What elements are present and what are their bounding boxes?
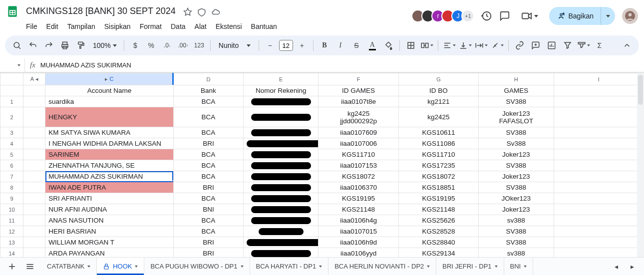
cell-account[interactable]: HERI BASRIAN (45, 226, 174, 237)
col-C[interactable]: ▸ C (45, 73, 174, 85)
cell-idgames[interactable]: KGS21148 (319, 204, 398, 215)
cell-idgames[interactable]: KGS11710 (319, 149, 398, 160)
cell-games[interactable]: Joker123 (479, 171, 554, 182)
currency-icon[interactable]: $ (128, 38, 142, 52)
cell-account[interactable]: SARINEM (45, 149, 174, 160)
link-icon[interactable] (513, 38, 527, 52)
functions-icon[interactable]: Σ (593, 38, 607, 52)
cell-idbo[interactable]: KGS17235 (398, 160, 478, 171)
cell-account[interactable]: ZHENNATHA TANJUNG, SE (45, 160, 174, 171)
menu-view[interactable]: Tampilan (63, 20, 99, 32)
cell-account[interactable]: SRI AFRIANTI (45, 193, 174, 204)
cell-bank[interactable]: BCA (173, 215, 243, 226)
cell-rekening[interactable] (244, 149, 319, 160)
cell-account[interactable]: WILLIAM MORGAN T (45, 237, 174, 248)
sheet-tab[interactable]: BNI (504, 258, 534, 275)
more-collaborators[interactable]: +1 (461, 9, 474, 22)
vertical-scrollbar[interactable] (637, 73, 644, 257)
scroll-tabs-right-icon[interactable]: ▸ (625, 260, 639, 274)
cell-idbo[interactable]: KGS11086 (398, 138, 478, 149)
filter-icon[interactable] (561, 38, 575, 52)
header-idgames[interactable]: ID GAMES (319, 85, 398, 96)
wrap-icon[interactable] (474, 38, 488, 52)
fontsize-increase[interactable]: + (295, 38, 309, 52)
filter-views-icon[interactable] (577, 38, 591, 52)
menu-format[interactable]: Format (136, 20, 166, 32)
row-header[interactable]: 2 (0, 107, 23, 127)
increase-decimal-icon[interactable]: .00↑ (176, 38, 190, 52)
fontsize-input[interactable] (279, 40, 293, 51)
cell-games[interactable]: Joker123 (479, 149, 554, 160)
search-icon[interactable] (10, 38, 24, 52)
cell-account[interactable]: HENGKY (45, 107, 174, 127)
header-rek[interactable]: Nomor Rekening (244, 85, 319, 96)
doc-title[interactable]: CMKINGS128 [BANK] 30 SEPT 2024 (23, 5, 179, 17)
name-box[interactable] (0, 58, 25, 72)
header-games[interactable]: GAMES (479, 85, 554, 96)
cell-idbo[interactable]: kg2425 (398, 107, 478, 127)
cell-bank[interactable]: BCA (173, 193, 243, 204)
text-color-icon[interactable]: A (365, 38, 379, 52)
all-sheets-icon[interactable] (23, 260, 37, 274)
sheet-tab-dropdown[interactable] (524, 266, 527, 268)
cell-account[interactable]: MUHAMMAD AZIS SUKIRMAN (45, 171, 174, 182)
row-header[interactable]: 8 (0, 182, 23, 193)
merge-icon[interactable] (420, 38, 434, 52)
sheet-tab-dropdown[interactable] (319, 266, 322, 268)
cell-idgames[interactable]: iiaa0107006 (319, 138, 398, 149)
redo-icon[interactable] (42, 38, 56, 52)
cell-bank[interactable]: BRI (173, 248, 243, 258)
col-A[interactable]: A ◂ (23, 73, 45, 85)
cell-idbo[interactable]: KGS25626 (398, 215, 478, 226)
cell-bank[interactable]: BCA (173, 149, 243, 160)
valign-icon[interactable] (458, 38, 472, 52)
menu-tools[interactable]: Alat (191, 20, 211, 32)
select-all[interactable] (0, 73, 23, 85)
cell-idbo[interactable]: KGS28840 (398, 237, 478, 248)
sheet-tab-dropdown[interactable] (135, 266, 138, 268)
fill-color-icon[interactable] (381, 38, 395, 52)
sheet-tab[interactable]: BCA HARYATI - DP1 (250, 258, 329, 275)
rotate-icon[interactable]: A (490, 38, 504, 52)
cell-account[interactable]: I NENGAH WIDHIA DARMA LAKSAN (45, 138, 174, 149)
cell-games[interactable]: JOker123 (479, 193, 554, 204)
cell-games[interactable]: sv388 (479, 248, 554, 258)
cell-idbo[interactable]: KGS10611 (398, 127, 478, 138)
borders-icon[interactable] (404, 38, 418, 52)
cell-idgames[interactable]: iiaa0107609 (319, 127, 398, 138)
cell-bank[interactable]: BNI (173, 204, 243, 215)
cell-games[interactable]: SV388 (479, 127, 554, 138)
cell-account[interactable]: KM SATYA SIWA KUMARA (45, 127, 174, 138)
cell-idgames[interactable]: iiaa0106h9d (319, 237, 398, 248)
sheet-tab-dropdown[interactable] (87, 266, 90, 268)
row-header[interactable]: 12 (0, 226, 23, 237)
row-header[interactable]: 6 (0, 160, 23, 171)
cell-idbo[interactable]: KGS29134 (398, 248, 478, 258)
row-header[interactable]: 14 (0, 248, 23, 258)
scroll-tabs-left-icon[interactable]: ◂ (609, 260, 623, 274)
menu-file[interactable]: File (22, 20, 41, 32)
cell-rekening[interactable] (244, 193, 319, 204)
formula-content[interactable]: MUHAMMAD AZIS SUKIRMAN (40, 61, 131, 69)
cell-account[interactable]: NUR AFNI AUDINA (45, 204, 174, 215)
cell-rekening[interactable] (244, 160, 319, 171)
col-D[interactable]: D (173, 73, 243, 85)
cell-idgames[interactable]: KGS19195 (319, 193, 398, 204)
cell-games[interactable]: SV388 (479, 226, 554, 237)
cell-idbo[interactable]: KGS18072 (398, 171, 478, 182)
cell-idgames[interactable]: KGS18072 (319, 171, 398, 182)
cell-rekening[interactable] (244, 171, 319, 182)
cell-idbo[interactable]: KGS11710 (398, 149, 478, 160)
cell-bank[interactable]: BRI (173, 138, 243, 149)
header-bank[interactable]: Bank (173, 85, 243, 96)
account-avatar[interactable] (622, 8, 638, 24)
row-header[interactable] (0, 85, 23, 96)
cell-games[interactable]: Joker123 (479, 204, 554, 215)
star-icon[interactable] (183, 7, 192, 18)
row-header[interactable]: 1 (0, 96, 23, 107)
cell-idgames[interactable]: iiaa0106yyd (319, 248, 398, 258)
cell-rekening[interactable] (244, 226, 319, 237)
strike-icon[interactable]: S (349, 38, 363, 52)
cell-rekening[interactable] (244, 96, 319, 107)
cell-bank[interactable]: BCA (173, 160, 243, 171)
